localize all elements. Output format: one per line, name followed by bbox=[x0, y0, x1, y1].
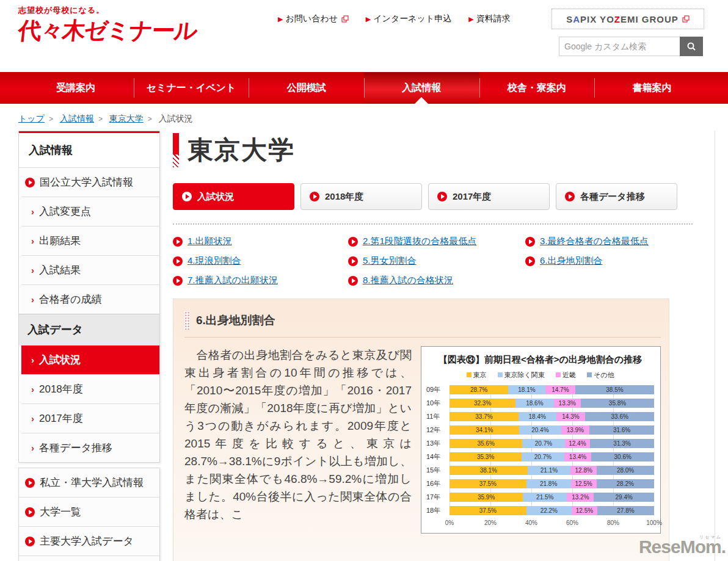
anchor-4[interactable]: 4.現浪別割合 bbox=[173, 255, 348, 267]
sidebar-item-nyushi-jokyo[interactable]: ›入試状況 bbox=[21, 345, 159, 374]
sidebar-item-goukakusha-seiseki[interactable]: ›合格者の成績 bbox=[21, 284, 159, 314]
nav-seminar-event[interactable]: セミナー・イベント bbox=[134, 72, 249, 104]
main-content: 東京大学 入試状況 2018年度 2017年度 各種データ推移 1.出願状況 2… bbox=[173, 131, 715, 561]
chart-rows: 09年28.7%18.1%14.7%38.5%10年32.3%18.6%13.3… bbox=[426, 385, 654, 515]
sidebar-item-daigaku-ichiran[interactable]: 大学一覧 bbox=[19, 497, 159, 526]
y-tick-label: 11年 bbox=[426, 412, 450, 421]
bar-segment: 12.8% bbox=[570, 466, 597, 475]
bar-segment: 20.7% bbox=[522, 439, 564, 448]
search-icon bbox=[686, 42, 696, 51]
nav-kousha-ryou[interactable]: 校舎・寮案内 bbox=[479, 72, 595, 104]
sapix-yozemi-group-link[interactable]: SAPIX YOZEMI GROUP bbox=[551, 9, 704, 29]
play-circle-icon bbox=[348, 276, 358, 286]
bar-segment: 13.3% bbox=[554, 399, 581, 408]
internet-apply-link[interactable]: ▶インターネット申込 bbox=[366, 13, 451, 24]
logo-text: 代々木ゼミナール bbox=[17, 18, 198, 44]
sidebar-item-nyushi-kekka[interactable]: ›入試結果 bbox=[21, 255, 159, 284]
divider bbox=[173, 223, 693, 225]
anchor-3[interactable]: 3.最終合格者の合格最低点 bbox=[525, 236, 693, 247]
external-link-icon bbox=[341, 15, 349, 23]
play-circle-icon bbox=[173, 237, 183, 247]
nav-koukai-moshi[interactable]: 公開模試 bbox=[249, 72, 364, 104]
chevron-right-icon: › bbox=[31, 384, 34, 394]
nav-jukou-annai[interactable]: 受講案内 bbox=[18, 72, 134, 104]
bar-segment: 38.1% bbox=[450, 466, 528, 475]
chart-x-axis: 0%20%40%60%80%100% bbox=[450, 519, 654, 528]
play-circle-icon bbox=[310, 192, 319, 201]
tab-kakushu-data[interactable]: 各種データ推移 bbox=[556, 183, 677, 210]
bar-segment: 21.1% bbox=[528, 466, 571, 475]
tab-nyushi-jokyo[interactable]: 入試状況 bbox=[173, 183, 294, 210]
play-circle-icon bbox=[173, 256, 183, 266]
sidebar-item-2018[interactable]: ›2018年度 bbox=[21, 374, 159, 404]
bar-segment: 34.1% bbox=[450, 425, 519, 435]
chart-row: 15年38.1%21.1%12.8%28.0% bbox=[426, 466, 654, 475]
heading-accent bbox=[184, 311, 190, 330]
breadcrumb-current: 入試状況 bbox=[159, 114, 193, 123]
sidebar-item-shutsugan-kekka[interactable]: ›出願結果 bbox=[21, 226, 159, 255]
chevron-right-icon: › bbox=[31, 206, 34, 217]
brochure-request-link[interactable]: ▶資料請求 bbox=[468, 13, 510, 24]
x-tick-label: 20% bbox=[484, 519, 497, 526]
breadcrumb-top[interactable]: トップ bbox=[18, 114, 45, 123]
main-nav: 受講案内 セミナー・イベント 公開模試 入試情報 校舎・寮案内 書籍案内 bbox=[0, 72, 728, 104]
active-tab-notch bbox=[415, 97, 428, 104]
chart-row: 10年32.3%18.6%13.3%35.8% bbox=[426, 399, 654, 408]
play-circle-icon bbox=[25, 478, 35, 488]
tab-2017[interactable]: 2017年度 bbox=[428, 183, 550, 210]
anchor-7[interactable]: 7.推薦入試の出願状況 bbox=[173, 275, 348, 286]
play-circle-icon bbox=[348, 237, 358, 247]
sidebar-item-kakushu-data[interactable]: ›各種データ推移 bbox=[21, 433, 159, 462]
external-link-icon bbox=[682, 15, 690, 23]
play-circle-icon bbox=[25, 507, 35, 517]
play-circle-icon bbox=[25, 178, 35, 187]
search-button[interactable] bbox=[680, 37, 703, 56]
arrow-icon: ▶ bbox=[468, 15, 473, 23]
bar-segment: 31.6% bbox=[589, 425, 654, 435]
anchor-8[interactable]: 8.推薦入試の合格状況 bbox=[348, 275, 525, 286]
x-tick-label: 0% bbox=[445, 519, 454, 526]
chart-row: 09年28.7%18.1%14.7%38.5% bbox=[426, 385, 654, 394]
bar-segment: 35.3% bbox=[450, 452, 522, 461]
contact-link[interactable]: ▶お問い合わせ bbox=[278, 13, 349, 24]
bar-segment: 37.5% bbox=[450, 479, 526, 488]
anchor-6[interactable]: 6.出身地別割合 bbox=[525, 255, 693, 267]
chart-row: 13年35.6%20.7%12.4%31.3% bbox=[426, 439, 654, 448]
breadcrumb: トップ> 入試情報> 東京大学> 入試状況 bbox=[0, 104, 728, 131]
page-title: 東京大学 bbox=[187, 133, 295, 167]
arrow-icon: ▶ bbox=[278, 15, 283, 23]
bar-segment: 28.7% bbox=[450, 385, 508, 394]
legend-item: 近畿 bbox=[556, 371, 576, 380]
sidebar-item-shuyo-daigaku[interactable]: 主要大学入試データ bbox=[19, 526, 159, 556]
tab-2018[interactable]: 2018年度 bbox=[300, 183, 422, 210]
bar-segment: 18.6% bbox=[515, 399, 553, 408]
chevron-right-icon: › bbox=[31, 443, 34, 453]
sidebar-item-shiritsu[interactable]: 私立・準大学入試情報 bbox=[19, 468, 159, 497]
arrow-icon: ▶ bbox=[366, 15, 371, 23]
anchor-2[interactable]: 2.第1段階選抜の合格最低点 bbox=[348, 236, 525, 247]
resemom-watermark: リセマムReseMom. bbox=[639, 535, 726, 556]
utility-links: ▶お問い合わせ ▶インターネット申込 ▶資料請求 bbox=[278, 13, 511, 24]
chevron-right-icon: › bbox=[31, 265, 34, 275]
legend-swatch bbox=[498, 372, 503, 377]
nav-nyushi-joho[interactable]: 入試情報 bbox=[364, 72, 479, 104]
sidebar-item-kokkoritsu[interactable]: 国公立大学入試情報 bbox=[19, 167, 159, 197]
bar-segment: 13.2% bbox=[567, 493, 594, 502]
nav-shoseki[interactable]: 書籍案内 bbox=[594, 72, 710, 104]
breadcrumb-nyushi-joho[interactable]: 入試情報 bbox=[60, 114, 94, 123]
play-circle-icon bbox=[25, 537, 35, 546]
site-logo[interactable]: 志望校が母校になる。 代々木ゼミナール bbox=[18, 5, 197, 44]
sidebar-item-partial[interactable] bbox=[19, 556, 159, 561]
anchor-1[interactable]: 1.出願状況 bbox=[173, 236, 348, 247]
section-paragraph: 合格者の出身地割合をみると東京及び関東出身者割合の10年間の推移では、「2010… bbox=[184, 346, 412, 534]
anchor-5[interactable]: 5.男女別割合 bbox=[348, 255, 525, 267]
bar-segment: 14.3% bbox=[556, 412, 586, 421]
sidebar-item-henkouten[interactable]: ›入試変更点 bbox=[21, 197, 159, 226]
search-input[interactable] bbox=[559, 37, 680, 56]
y-tick-label: 16年 bbox=[426, 479, 450, 488]
sidebar-item-2017[interactable]: ›2017年度 bbox=[21, 404, 159, 433]
bar-segment: 33.6% bbox=[585, 412, 654, 421]
chart-legend: 東京東京除く関東近畿その他 bbox=[426, 371, 654, 380]
breadcrumb-todai[interactable]: 東京大学 bbox=[109, 114, 144, 123]
bar-segment: 12.5% bbox=[571, 479, 597, 488]
